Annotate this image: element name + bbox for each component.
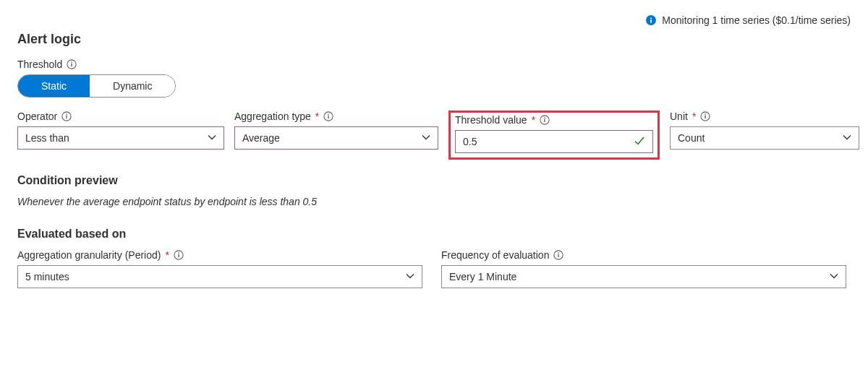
svg-rect-22	[558, 254, 559, 257]
info-icon[interactable]	[700, 111, 710, 121]
svg-rect-20	[178, 252, 179, 253]
threshold-value-highlight: Threshold value *	[448, 111, 660, 160]
frequency-value: Every 1 Minute	[449, 271, 824, 282]
threshold-value-input-wrapper	[455, 130, 653, 153]
frequency-dropdown[interactable]: Every 1 Minute	[441, 265, 846, 288]
svg-rect-17	[705, 113, 706, 114]
svg-rect-4	[72, 64, 72, 66]
required-star: *	[315, 111, 319, 122]
alert-logic-heading: Alert logic	[17, 32, 851, 47]
unit-value: Count	[678, 132, 837, 144]
aggregation-type-label: Aggregation type	[234, 111, 311, 122]
svg-rect-16	[705, 116, 706, 118]
svg-rect-23	[558, 252, 559, 253]
threshold-value-label: Threshold value	[455, 114, 527, 126]
threshold-segmented: Static Dynamic	[17, 74, 176, 98]
monitoring-info-bar: Monitoring 1 time series ($0.1/time seri…	[17, 14, 851, 26]
unit-field: Unit * Count	[670, 111, 859, 160]
svg-rect-7	[67, 116, 67, 118]
svg-rect-5	[72, 61, 72, 62]
aggregation-granularity-dropdown[interactable]: 5 minutes	[17, 265, 422, 288]
chevron-down-icon	[830, 271, 838, 282]
threshold-label: Threshold	[17, 59, 62, 70]
threshold-dynamic-button[interactable]: Dynamic	[90, 75, 175, 97]
aggregation-type-field: Aggregation type * Average	[234, 111, 438, 160]
info-icon[interactable]	[553, 250, 563, 260]
operator-dropdown[interactable]: Less than	[17, 126, 224, 150]
chevron-down-icon	[843, 132, 851, 144]
threshold-value-input[interactable]	[463, 136, 634, 147]
svg-rect-8	[67, 113, 67, 114]
threshold-label-row: Threshold	[17, 59, 851, 70]
evaluated-heading: Evaluated based on	[17, 228, 851, 241]
required-star: *	[165, 249, 169, 261]
info-icon[interactable]	[323, 111, 333, 121]
required-star: *	[532, 114, 535, 126]
threshold-value-field: Threshold value *	[455, 116, 653, 153]
svg-rect-14	[544, 117, 545, 118]
chevron-down-icon	[208, 132, 216, 144]
aggregation-type-dropdown[interactable]: Average	[234, 126, 438, 150]
chevron-down-icon	[422, 132, 430, 144]
info-icon[interactable]	[174, 250, 184, 260]
svg-rect-1	[650, 20, 652, 22]
operator-value: Less than	[25, 132, 202, 144]
condition-preview-heading: Condition preview	[17, 174, 851, 187]
frequency-label: Frequency of evaluation	[441, 249, 549, 261]
monitoring-info-text: Monitoring 1 time series ($0.1/time seri…	[662, 14, 851, 26]
svg-rect-13	[544, 119, 545, 122]
aggregation-type-value: Average	[242, 132, 416, 144]
unit-dropdown[interactable]: Count	[670, 126, 859, 150]
threshold-static-button[interactable]: Static	[18, 75, 90, 97]
unit-label: Unit	[670, 111, 688, 122]
condition-preview-text: Whenever the average endpoint status by …	[17, 196, 851, 207]
checkmark-icon	[634, 135, 645, 149]
operator-label: Operator	[17, 111, 57, 122]
frequency-field: Frequency of evaluation Every 1 Minute	[441, 249, 846, 288]
svg-rect-19	[178, 254, 179, 257]
info-icon	[646, 15, 656, 25]
info-icon[interactable]	[540, 115, 550, 125]
svg-rect-2	[650, 18, 652, 20]
svg-rect-11	[328, 113, 329, 114]
info-icon[interactable]	[67, 59, 77, 69]
chevron-down-icon	[406, 271, 414, 282]
aggregation-granularity-value: 5 minutes	[25, 271, 400, 282]
svg-rect-10	[328, 116, 329, 118]
required-star: *	[692, 111, 696, 122]
aggregation-granularity-label: Aggregation granularity (Period)	[17, 249, 161, 261]
operator-field: Operator Less than	[17, 111, 224, 160]
info-icon[interactable]	[61, 111, 72, 121]
aggregation-granularity-field: Aggregation granularity (Period) * 5 min…	[17, 249, 422, 288]
